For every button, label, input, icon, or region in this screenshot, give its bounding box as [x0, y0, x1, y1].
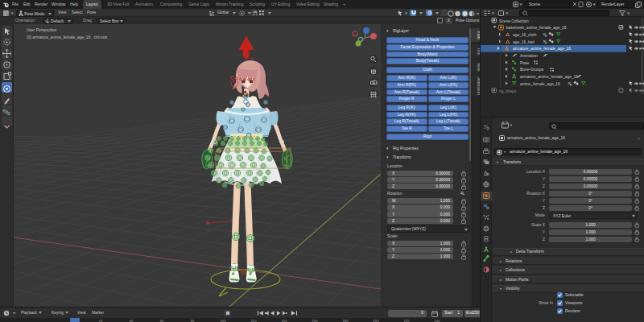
svg-text:age_16_hair: age_16_hair — [513, 40, 535, 44]
svg-text:20: 20 — [99, 319, 103, 322]
svg-text:basemesh_anime_female_age_16: basemesh_anime_female_age_16 — [506, 26, 567, 30]
svg-text:Pose: Pose — [520, 61, 529, 65]
svg-text:100: 100 — [221, 319, 227, 322]
svg-text:200: 200 — [374, 319, 380, 322]
svg-text:age_16_cloth: age_16_cloth — [513, 33, 537, 37]
svg-text:armature_anime_female_age_16: armature_anime_female_age_16 — [513, 47, 571, 51]
svg-text:80: 80 — [191, 319, 195, 322]
svg-text:anime_female_age_16: anime_female_age_16 — [520, 82, 560, 86]
svg-text:60: 60 — [160, 319, 164, 322]
svg-text:Bone-Groups: Bone-Groups — [520, 68, 544, 72]
svg-text:140: 140 — [282, 319, 288, 322]
svg-text:rig_shape: rig_shape — [499, 89, 517, 93]
svg-text:180: 180 — [343, 319, 349, 322]
svg-text:Animation: Animation — [520, 54, 538, 58]
svg-text:160: 160 — [312, 319, 319, 322]
svg-text:40: 40 — [130, 319, 134, 322]
svg-text:Scene Collection: Scene Collection — [499, 19, 529, 23]
svg-text:220: 220 — [404, 319, 411, 322]
svg-text:240: 240 — [435, 319, 441, 322]
svg-text:120: 120 — [251, 319, 258, 322]
svg-text:armature_anime_female_age_16: armature_anime_female_age_16 — [520, 75, 578, 79]
